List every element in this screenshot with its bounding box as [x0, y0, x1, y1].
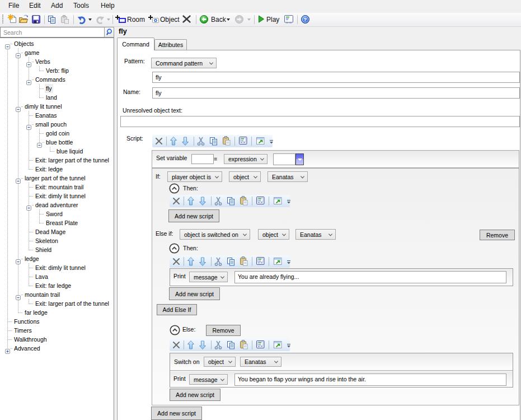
svg-text:?: ?: [304, 16, 307, 22]
